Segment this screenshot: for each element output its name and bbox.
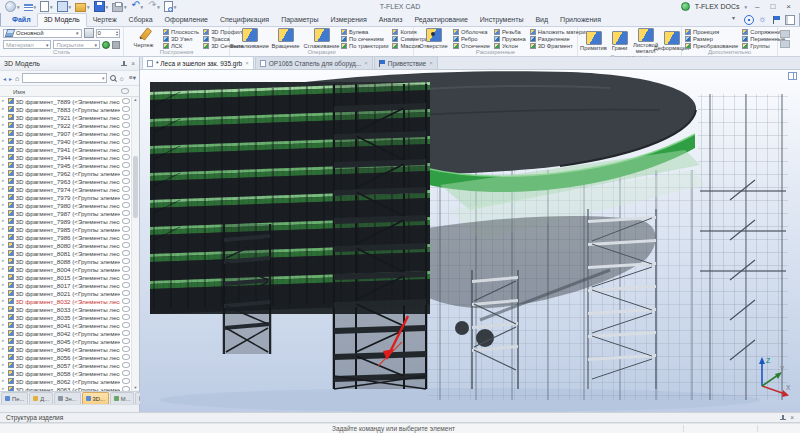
visibility-eye-icon[interactable]	[122, 178, 130, 184]
dropdown-caret-icon[interactable]: ▾	[106, 4, 109, 10]
t-flex-docs-button[interactable]: T-FLEX DOCs	[695, 3, 740, 10]
split-view-icon[interactable]	[788, 72, 797, 80]
expand-arrow-icon[interactable]: ▸	[2, 163, 6, 167]
expand-arrow-icon[interactable]: ▸	[2, 339, 6, 343]
tree-item[interactable]: ▸ 3D фрагмент_8042 (<Группы элементов>..…	[0, 329, 131, 337]
visibility-eye-icon[interactable]	[122, 266, 130, 272]
visibility-eye-icon[interactable]	[122, 378, 130, 384]
tree-item[interactable]: ▸ 3D фрагмент_7941 (<Элементы лесов>Сто.…	[0, 145, 131, 153]
visibility-eye-icon[interactable]	[122, 162, 130, 168]
close-button[interactable]: ×	[783, 0, 794, 13]
expand-arrow-icon[interactable]: ▸	[2, 179, 6, 183]
expand-arrow-icon[interactable]: ▸	[2, 155, 6, 159]
expand-arrow-icon[interactable]: ▸	[2, 323, 6, 327]
ribbon-small-button[interactable]: Проекция	[685, 28, 738, 35]
close-structure-icon[interactable]: ×	[790, 415, 794, 421]
expand-arrow-icon[interactable]: ▸	[2, 115, 6, 119]
quick-access-icon[interactable]: ▾	[94, 1, 109, 12]
ribbon-tab[interactable]: Приложения	[554, 14, 607, 26]
tree-item[interactable]: ▸ 3D фрагмент_8058 (<Элементы лесов>Тра.…	[0, 369, 131, 377]
hole-button[interactable]: Отверстие	[417, 28, 450, 49]
ribbon-tab[interactable]: Редактирование	[408, 14, 473, 26]
ribbon-tab[interactable]: Инструменты	[474, 14, 530, 26]
document-tab[interactable]: * Леса и эшелон зак. 935.grb ×	[142, 56, 254, 69]
tree-scrollbar[interactable]: ▴ ▾	[131, 97, 139, 391]
visibility-eye-icon[interactable]	[122, 346, 130, 352]
home-icon[interactable]: ⌂	[15, 75, 19, 82]
tree-item[interactable]: ▸ 3D фрагмент_7985 (<Группы элементов>..…	[0, 225, 131, 233]
tree-item[interactable]: ▸ 3D фрагмент_8041 (<Элементы лесов>Сто.…	[0, 321, 131, 329]
ribbon-big-button[interactable]: Выталкивание	[233, 28, 266, 49]
tree-item[interactable]: ▸ 3D фрагмент_8017 (<Элементы лесов>Сто.…	[0, 281, 131, 289]
ribbon-small-button[interactable]: Отсечение	[453, 42, 490, 49]
expand-arrow-icon[interactable]: ▸	[2, 331, 6, 335]
expand-arrow-icon[interactable]: ▸	[2, 171, 6, 175]
visibility-eye-icon[interactable]	[122, 282, 130, 288]
expand-arrow-icon[interactable]: ▸	[2, 387, 6, 391]
visibility-eye-icon[interactable]	[122, 98, 130, 104]
ribbon-small-button[interactable]: Уклон	[494, 42, 526, 49]
material-swatch-icon[interactable]	[112, 41, 120, 49]
dropdown-caret-icon[interactable]: ▾	[174, 4, 177, 10]
tree-item[interactable]: ▸ 3D фрагмент_8033 (<Элементы лесов>Тра.…	[0, 305, 131, 313]
ribbon-small-button[interactable]: Оболочка	[453, 28, 490, 35]
tree-item[interactable]: ▸ 3D фрагмент_7889 (<Элементы лесов>Сто.…	[0, 97, 131, 105]
visibility-eye-icon[interactable]	[122, 258, 130, 264]
ribbon-small-button[interactable]: По траектории	[341, 42, 388, 49]
visibility-eye-icon[interactable]	[122, 370, 130, 376]
visibility-eye-icon[interactable]	[122, 106, 130, 112]
tree-item[interactable]: ▸ 3D фрагмент_7987 (<Группы элементов>..…	[0, 209, 131, 217]
expand-arrow-icon[interactable]: ▸	[2, 195, 6, 199]
expand-arrow-icon[interactable]: ▸	[2, 211, 6, 215]
quick-access-icon[interactable]: ▾	[57, 1, 72, 12]
visibility-eye-icon[interactable]	[122, 114, 130, 120]
coating-combo[interactable]: Покрытие▾	[53, 40, 100, 49]
expand-arrow-icon[interactable]: ▸	[2, 275, 6, 279]
dropdown-caret-icon[interactable]: ▾	[17, 4, 20, 10]
ribbon-small-button[interactable]: Булева	[341, 28, 388, 35]
visibility-eye-icon[interactable]	[122, 210, 130, 216]
tree-item[interactable]: ▸ 3D фрагмент_7963 (<Элементы лесов>Гро.…	[0, 177, 131, 185]
visibility-eye-icon[interactable]	[122, 354, 130, 360]
ribbon-tab[interactable]: Спецификация	[214, 14, 275, 26]
visibility-eye-icon[interactable]	[122, 130, 130, 136]
color-swatch-icon[interactable]	[102, 41, 110, 49]
expand-arrow-icon[interactable]: ▸	[2, 219, 6, 223]
expand-arrow-icon[interactable]: ▸	[2, 299, 6, 303]
tree-item[interactable]: ▸ 3D фрагмент_7980 (<Элементы лесов>Сто.…	[0, 201, 131, 209]
scrollbar-thumb[interactable]	[133, 156, 138, 218]
document-tab[interactable]: ОР1065 Стапель для оборуд... ×	[255, 56, 373, 69]
maximize-button[interactable]: □	[767, 0, 778, 13]
ribbon-tab[interactable]: Измерения	[325, 14, 373, 26]
visibility-eye-icon[interactable]	[122, 218, 130, 224]
tree-item[interactable]: ▸ 3D фрагмент_8063 (<Группы элементов>..…	[0, 385, 131, 391]
expand-arrow-icon[interactable]: ▸	[2, 379, 6, 383]
ribbon-big-button[interactable]: Примитив	[581, 31, 606, 52]
visibility-eye-icon[interactable]	[122, 202, 130, 208]
ribbon-tab[interactable]: Чертеж	[87, 14, 123, 26]
filter-settings-icon[interactable]: ☼	[119, 75, 125, 82]
close-tab-icon[interactable]: ×	[429, 60, 433, 66]
tree-item[interactable]: ▸ 3D фрагмент_8088 (<Группы элементов>..…	[0, 257, 131, 265]
expand-arrow-icon[interactable]: ▸	[2, 187, 6, 191]
expand-arrow-icon[interactable]: ▸	[2, 139, 6, 143]
visibility-eye-icon[interactable]	[122, 154, 130, 160]
expand-arrow-icon[interactable]: ▸	[2, 243, 6, 247]
expand-arrow-icon[interactable]: ▸	[2, 227, 6, 231]
ribbon-small-button[interactable]: 3D Узел	[163, 35, 199, 42]
ribbon-tab[interactable]: Файл	[6, 14, 37, 26]
visibility-eye-icon[interactable]	[122, 338, 130, 344]
visibility-eye-icon[interactable]	[122, 250, 130, 256]
dropdown-caret-icon[interactable]: ▾	[34, 4, 37, 10]
search-icon[interactable]	[110, 75, 116, 81]
visibility-eye-icon[interactable]	[122, 186, 130, 192]
tree-item[interactable]: ▸ 3D фрагмент_7922 (<Элементы лесов>Сто.…	[0, 121, 131, 129]
visibility-eye-icon[interactable]	[122, 138, 130, 144]
tree-item[interactable]: ▸ 3D фрагмент_7979 (<Группы элементов>..…	[0, 193, 131, 201]
tree-item[interactable]: ▸ 3D фрагмент_8080 (<Элементы лесов>Кон.…	[0, 241, 131, 249]
scroll-down-icon[interactable]: ▾	[132, 385, 139, 391]
visibility-eye-icon[interactable]	[122, 314, 130, 320]
close-tab-icon[interactable]: ×	[364, 60, 368, 66]
material-combo[interactable]: Материал▾	[3, 40, 51, 49]
utility-icon[interactable]	[744, 15, 754, 25]
